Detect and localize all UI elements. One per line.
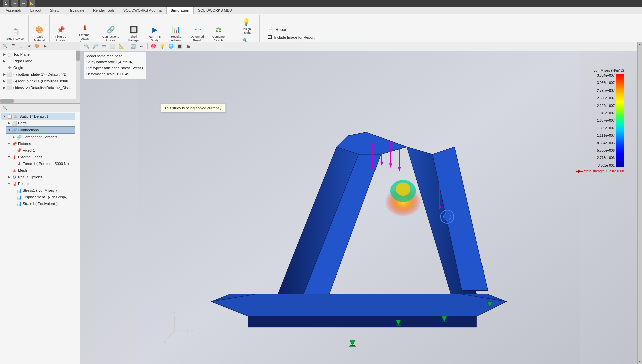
arrow-icon[interactable]: ▶: [41, 42, 49, 50]
report-section: 📄 Report 🖼 Include Image for Report: [264, 26, 317, 41]
filter-icon[interactable]: 🔍: [1, 42, 9, 50]
tree-item-top-plane[interactable]: ▶ ⬚ Top Plane: [1, 51, 75, 58]
legend-bar: 3.334e+007 3.056e+007 2.778e+007 2.500e+…: [597, 74, 624, 167]
include-image-label[interactable]: Include Image for Report: [274, 35, 315, 39]
origin-label: Origin: [13, 66, 23, 70]
tree-item-component-contacts[interactable]: ▶ 🔗 Component Contacts: [11, 134, 75, 140]
run-study-icon: ▶: [149, 24, 160, 35]
vp-rotate-btn[interactable]: 🔄: [129, 43, 137, 50]
results-advisor-button[interactable]: 📊 ResultsAdvisor: [168, 24, 184, 43]
vp-grid-btn[interactable]: 🔳: [176, 43, 183, 50]
deformation-scale: Deformation scale: 1900.45: [86, 71, 143, 77]
contacts-expand: ▶: [11, 135, 16, 139]
qa-icon-2[interactable]: ↩: [11, 0, 18, 7]
part-icon-1: ⬜: [7, 71, 13, 77]
fixtures-tree-icon: 📌: [11, 141, 17, 147]
expand-icon-2: ▶: [2, 59, 7, 63]
tree-scroll-horizontal[interactable]: [0, 99, 76, 103]
tree-item-external-loads[interactable]: ▼ ⬇ External Loads: [6, 154, 75, 160]
tree-item-rear-pipe[interactable]: ▶ ⬜ (-) rear_pipe<1> (Default<<Defau...: [1, 78, 75, 84]
report-label[interactable]: Report: [276, 27, 288, 32]
collapse-icon[interactable]: ⊟: [17, 42, 25, 50]
tree-item-right-plane[interactable]: ▶ ⬚ Right Plane: [1, 58, 75, 64]
plane-icon: ⬚: [7, 51, 13, 57]
viewport[interactable]: Model name:rear_base Study name:Static 1…: [80, 42, 637, 364]
tab-solidworks-addins[interactable]: SOLIDWORKS Add-Ins: [119, 7, 166, 14]
vp-zoom-btn[interactable]: 🔎: [92, 43, 99, 50]
tab-assembly[interactable]: Assembly: [1, 7, 26, 14]
vp-target-btn[interactable]: 🎯: [150, 43, 157, 50]
result-options-icon: ⚙: [11, 174, 17, 180]
fixtures-label: Fixtures: [18, 142, 31, 146]
tree-item-sides[interactable]: ▶ ⬜ sides<1> (Default<<Default>_Dis...: [1, 84, 75, 91]
vp-measure-btn[interactable]: 📐: [118, 43, 125, 50]
tab-evaluate[interactable]: Evaluate: [66, 7, 89, 14]
connections-advisor-button[interactable]: 🔗 ConnectionsAdvisor: [101, 24, 121, 43]
tab-render-tools[interactable]: Render Tools: [89, 7, 119, 14]
tab-solidworks-mbd[interactable]: SOLIDWORKS MBD: [194, 7, 236, 14]
qa-icon-4[interactable]: 📐: [29, 0, 35, 7]
expand-icon-4: ▶: [2, 73, 7, 76]
tree-item-parts[interactable]: ▶ ⬜ Parts: [6, 120, 75, 126]
disp1-label: Displacement1 (-Res disp-): [23, 195, 67, 199]
vp-box-btn[interactable]: ⬜: [109, 43, 116, 50]
study-advisor-button[interactable]: 📋 Study Advisor: [5, 26, 26, 41]
tab-layout[interactable]: Layout: [26, 7, 46, 14]
vp-display-btn[interactable]: 🖥: [185, 43, 192, 50]
connections-label: ConnectionsAdvisor: [102, 35, 119, 42]
vp-globe-btn[interactable]: 🌐: [167, 43, 175, 50]
qa-icon-3[interactable]: ↪: [20, 0, 27, 7]
tree-item-connections[interactable]: ▼ 🔗 Connections: [6, 126, 75, 134]
compare-results-button[interactable]: ⚖ CompareResults: [211, 24, 227, 43]
tree-item-displacement1[interactable]: 📊 Displacement1 (-Res disp-): [11, 194, 75, 200]
tab-sketch[interactable]: Sketch: [46, 7, 66, 14]
design-insight-button[interactable]: 💡 Design Insight: [235, 16, 257, 35]
qa-icon-1[interactable]: 💾: [3, 0, 9, 7]
legend-val-1: 3.056e+007: [597, 81, 615, 85]
vp-search-btn[interactable]: 🔍: [83, 43, 90, 50]
legend-val-0: 3.334e+007: [597, 74, 615, 77]
tree-item-mesh[interactable]: 🔺 Mesh: [6, 167, 75, 174]
legend-val-2: 2.778e+007: [597, 89, 615, 93]
scroll-down-btn[interactable]: ▼: [638, 360, 641, 363]
deformed-result-icon: 〰: [192, 24, 203, 35]
tree-item-fixed1[interactable]: 📌 Fixed-1: [11, 147, 75, 154]
fixtures-advisor-button[interactable]: 📌 FixturesAdvisor: [52, 24, 69, 43]
tree-item-origin[interactable]: ✚ Origin: [1, 64, 75, 71]
tree-item-static1[interactable]: ▼ 📋 ⚠ Static 1(-Default-): [1, 113, 75, 120]
result-options-expand: ▶: [7, 175, 11, 179]
main-area: 🔍 ☰ ⊟ ★ 🎨 ▶ ▶ ⬚ Top Plane ▶ ⬚ Right Plan…: [0, 42, 642, 364]
stress1-icon: 📊: [16, 187, 22, 193]
vp-light-btn[interactable]: 💡: [158, 43, 166, 50]
list-view-icon[interactable]: ☰: [9, 42, 17, 50]
yield-arrow-icon: [576, 171, 583, 172]
deformed-result-button[interactable]: 〰 DeformedResult: [189, 24, 206, 43]
sides-label: sides<1> (Default<<Default>_Dis...: [13, 86, 71, 90]
study-advisor-label: Study Advisor: [6, 37, 25, 41]
part-icon-2: ⬜: [7, 78, 13, 84]
vp-view-btn[interactable]: 👁: [100, 43, 108, 50]
vp-undo-btn[interactable]: ↩: [138, 43, 145, 50]
bottom-plate-label: (f) bottom_plate<1> (Default<<D...: [13, 72, 70, 76]
apply-material-button[interactable]: 🎨 ApplyMaterial: [31, 24, 47, 43]
tab-simulation[interactable]: Simulation: [166, 7, 194, 14]
tree-item-strain1[interactable]: 📊 Strain1 (-Equivalent-): [11, 200, 75, 207]
scroll-up-btn[interactable]: ▲: [638, 42, 641, 46]
sim-filter-icon[interactable]: 🔍: [1, 104, 9, 112]
shell-manager-button[interactable]: 🔲 ShellManager: [126, 24, 142, 43]
tree-item-force1[interactable]: ⬇ Force-1 (-Per item: 5000 N-): [11, 160, 75, 167]
tree-item-results[interactable]: ▼ 📊 Results: [6, 180, 75, 187]
vp-sep1: [127, 43, 127, 49]
tree-item-fixtures[interactable]: ▼ 📌 Fixtures: [6, 140, 75, 147]
right-scrollbar[interactable]: ▲ ▼: [637, 42, 642, 364]
tree-scroll-vertical[interactable]: [76, 50, 80, 103]
tree-item-bottom-plate[interactable]: ▶ ⬜ (f) bottom_plate<1> (Default<<D...: [1, 71, 75, 78]
tree-item-stress1[interactable]: 📊 Stress1 (-vonMises-): [11, 187, 75, 194]
tree-item-result-options[interactable]: ▶ ⚙ Result Options: [6, 174, 75, 180]
star-icon[interactable]: ★: [25, 42, 33, 50]
study-advisor-icon: 📋: [10, 26, 21, 37]
legend-val-5: 1.945e+007: [597, 111, 615, 115]
feature-tree-items: ▶ ⬚ Top Plane ▶ ⬚ Right Plane ✚ Origin ▶…: [0, 50, 80, 92]
color-icon[interactable]: 🎨: [33, 42, 41, 50]
run-study-button[interactable]: ▶ Run ThisStudy: [147, 24, 163, 43]
